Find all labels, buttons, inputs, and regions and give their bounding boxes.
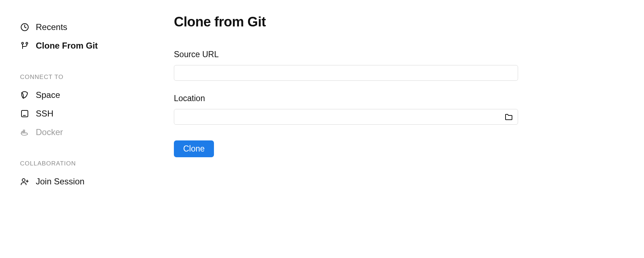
sidebar-item-label: Clone From Git xyxy=(36,41,98,51)
clone-button[interactable]: Clone xyxy=(174,140,214,157)
sidebar-item-clone-from-git[interactable]: Clone From Git xyxy=(20,36,165,55)
space-icon xyxy=(20,90,29,100)
user-plus-icon xyxy=(20,177,29,186)
folder-icon[interactable] xyxy=(504,113,513,121)
field-location: Location xyxy=(174,94,624,125)
sidebar: Recents Clone From Git CONNECT TO Space xyxy=(0,0,165,258)
sidebar-item-label: Space xyxy=(36,90,60,100)
source-url-input[interactable] xyxy=(174,65,518,81)
svg-rect-7 xyxy=(23,130,25,132)
sidebar-item-label: Docker xyxy=(36,127,63,137)
main-content: Clone from Git Source URL Location Clone xyxy=(165,0,644,258)
page-title: Clone from Git xyxy=(174,14,624,30)
terminal-icon xyxy=(20,109,29,118)
docker-icon xyxy=(20,128,29,137)
section-header-collaboration: COLLABORATION xyxy=(20,160,165,167)
sidebar-item-label: Recents xyxy=(36,22,67,32)
sidebar-item-label: SSH xyxy=(36,109,53,119)
git-branch-icon xyxy=(20,41,29,50)
sidebar-item-join-session[interactable]: Join Session xyxy=(20,172,165,191)
sidebar-item-docker[interactable]: Docker xyxy=(20,123,165,142)
svg-rect-3 xyxy=(21,110,28,117)
field-source-url: Source URL xyxy=(174,50,624,81)
sidebar-item-space[interactable]: Space xyxy=(20,86,165,104)
section-header-connect-to: CONNECT TO xyxy=(20,74,165,81)
clock-icon xyxy=(20,23,29,32)
sidebar-item-recents[interactable]: Recents xyxy=(20,18,165,36)
svg-point-8 xyxy=(22,179,25,182)
source-url-label: Source URL xyxy=(174,50,624,59)
location-label: Location xyxy=(174,94,624,103)
sidebar-item-label: Join Session xyxy=(36,177,84,187)
sidebar-item-ssh[interactable]: SSH xyxy=(20,104,165,123)
location-input[interactable] xyxy=(174,109,518,125)
